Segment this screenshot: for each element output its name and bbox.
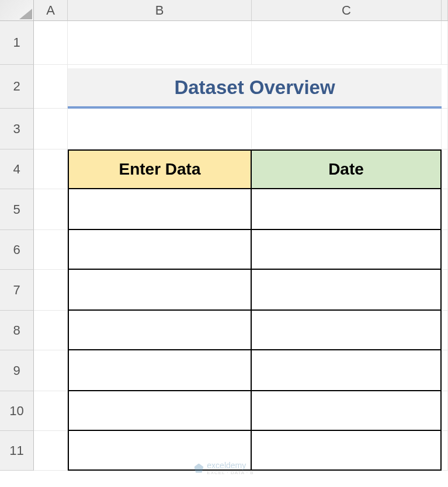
watermark-tagline: EXCEL · DATA · B (207, 470, 253, 475)
row-header-5[interactable]: 5 (0, 189, 34, 230)
col-header-a[interactable]: A (34, 0, 68, 21)
table-header-date[interactable]: Date (252, 149, 442, 189)
cell-d2[interactable] (442, 65, 448, 109)
col-header-c[interactable]: C (252, 0, 442, 21)
cell-b10[interactable] (68, 391, 252, 431)
row-header-3[interactable]: 3 (0, 109, 34, 149)
cell-d7[interactable] (442, 270, 448, 311)
row-header-2[interactable]: 2 (0, 65, 34, 109)
cell-d8[interactable] (442, 311, 448, 350)
cell-b8[interactable] (68, 311, 252, 350)
cell-a6[interactable] (34, 230, 68, 270)
row-header-7[interactable]: 7 (0, 270, 34, 311)
cell-a3[interactable] (34, 109, 68, 149)
cell-d11[interactable] (442, 431, 448, 471)
row-header-8[interactable]: 8 (0, 311, 34, 350)
cell-a5[interactable] (34, 189, 68, 230)
col-header-d-partial[interactable] (442, 0, 448, 21)
cell-a10[interactable] (34, 391, 68, 431)
cell-a7[interactable] (34, 270, 68, 311)
watermark-brand: exceldemy (207, 461, 253, 470)
cell-b5[interactable] (68, 189, 252, 230)
row-header-4[interactable]: 4 (0, 149, 34, 189)
row-header-9[interactable]: 9 (0, 350, 34, 391)
row-header-1[interactable]: 1 (0, 21, 34, 65)
cell-d6[interactable] (442, 230, 448, 270)
cell-d5[interactable] (442, 189, 448, 230)
cell-b6[interactable] (68, 230, 252, 270)
cell-d10[interactable] (442, 391, 448, 431)
cell-a11[interactable] (34, 431, 68, 471)
cell-b1[interactable] (68, 21, 252, 65)
cell-b7[interactable] (68, 270, 252, 311)
cell-a4[interactable] (34, 149, 68, 189)
cell-b9[interactable] (68, 350, 252, 391)
cell-c11[interactable] (252, 431, 442, 471)
cell-c10[interactable] (252, 391, 442, 431)
row-header-11[interactable]: 11 (0, 431, 34, 471)
cell-c5[interactable] (252, 189, 442, 230)
watermark-icon (194, 464, 203, 473)
cell-c8[interactable] (252, 311, 442, 350)
watermark: exceldemy EXCEL · DATA · B (194, 461, 253, 475)
cell-d1[interactable] (442, 21, 448, 65)
cell-c9[interactable] (252, 350, 442, 391)
col-header-b[interactable]: B (68, 0, 252, 21)
cell-c3[interactable] (252, 109, 442, 149)
cell-b3[interactable] (68, 109, 252, 149)
row-header-10[interactable]: 10 (0, 391, 34, 431)
row-header-6[interactable]: 6 (0, 230, 34, 270)
cell-c7[interactable] (252, 270, 442, 311)
cell-a9[interactable] (34, 350, 68, 391)
cell-d9[interactable] (442, 350, 448, 391)
select-all-corner[interactable] (0, 0, 34, 21)
cell-d3[interactable] (442, 109, 448, 149)
cell-c6[interactable] (252, 230, 442, 270)
cell-d4[interactable] (442, 149, 448, 189)
cell-a1[interactable] (34, 21, 68, 65)
spreadsheet-grid: A B C 1 2 Dataset Overview 3 4 Enter Dat… (0, 0, 448, 471)
cell-c1[interactable] (252, 21, 442, 65)
cell-a2[interactable] (34, 65, 68, 109)
dataset-title[interactable]: Dataset Overview (68, 68, 442, 109)
cell-a8[interactable] (34, 311, 68, 350)
table-header-enter-data[interactable]: Enter Data (68, 149, 252, 189)
